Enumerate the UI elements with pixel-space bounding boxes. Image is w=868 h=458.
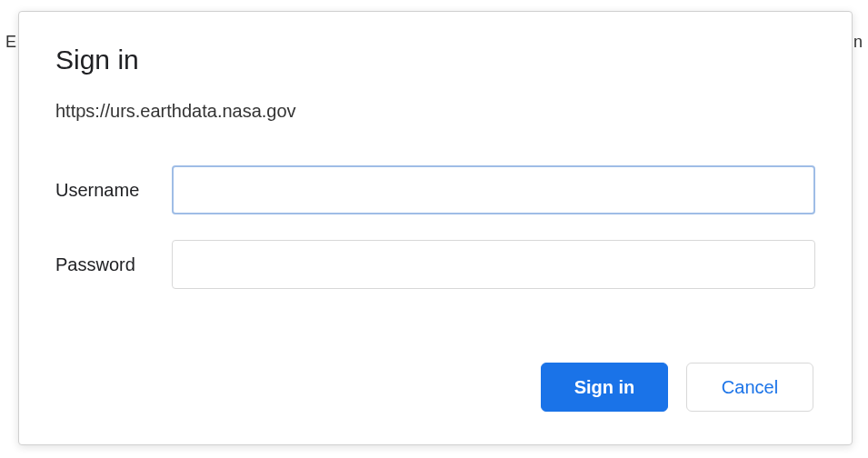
dialog-button-row: Sign in Cancel [55, 363, 815, 412]
backdrop-text-left: E [5, 33, 16, 52]
backdrop-text-right: n [853, 33, 863, 52]
password-row: Password [55, 240, 815, 289]
dialog-title: Sign in [55, 45, 815, 75]
auth-dialog: Sign in https://urs.earthdata.nasa.gov U… [18, 11, 853, 445]
username-row: Username [55, 165, 815, 214]
username-label: Username [55, 180, 172, 201]
sign-in-button[interactable]: Sign in [541, 363, 668, 412]
cancel-button[interactable]: Cancel [686, 363, 813, 412]
dialog-origin: https://urs.earthdata.nasa.gov [55, 101, 815, 122]
password-label: Password [55, 254, 172, 275]
password-input[interactable] [172, 240, 815, 289]
username-input[interactable] [172, 165, 815, 214]
